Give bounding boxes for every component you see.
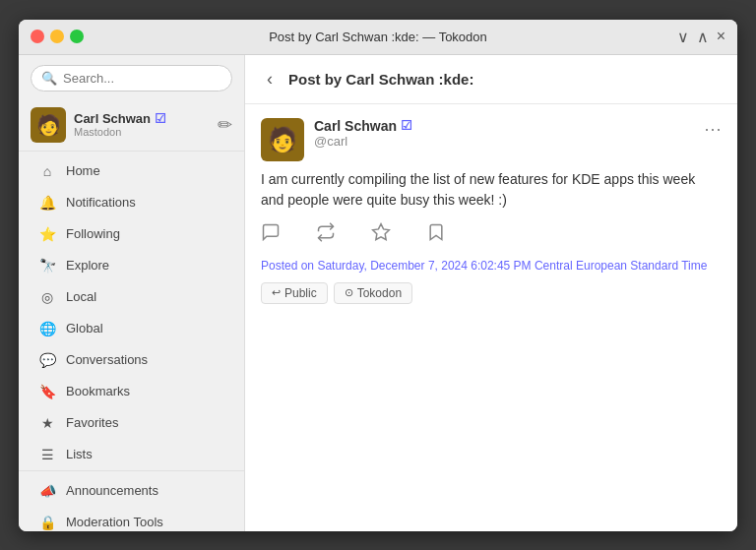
sidebar-item-label: Moderation Tools — [66, 515, 163, 529]
sidebar-item-favorites[interactable]: ★ Favorites — [23, 407, 240, 439]
nav-section: ⌂ Home 🔔 Notifications ⭐ Following 🔭 Exp… — [19, 155, 244, 470]
compose-button[interactable]: ✏ — [218, 114, 232, 136]
bottom-nav: 📣 Announcements 🔒 Moderation Tools ⚙ Set… — [19, 470, 244, 531]
reply-button[interactable] — [261, 222, 281, 247]
sidebar-item-label: Home — [66, 163, 100, 178]
sidebar-item-following[interactable]: ⭐ Following — [23, 218, 240, 250]
post-user-info: Carl Schwan ☑ @carl — [314, 118, 694, 149]
post-body: I am currently compiling the list of new… — [261, 169, 722, 211]
post-user-row: 🧑 Carl Schwan ☑ @carl ⋯ — [261, 118, 722, 161]
maximize-button[interactable] — [70, 30, 84, 43]
sidebar-item-label: Local — [66, 289, 96, 304]
sidebar-item-label: Bookmarks — [66, 384, 130, 398]
post-item: 🧑 Carl Schwan ☑ @carl ⋯ I am currently c… — [245, 104, 737, 318]
sidebar-item-moderation[interactable]: 🔒 Moderation Tools — [23, 507, 240, 531]
sidebar-item-label: Announcements — [66, 483, 158, 498]
sidebar-item-home[interactable]: ⌂ Home — [23, 155, 240, 187]
search-bar[interactable]: 🔍 — [31, 65, 232, 92]
sidebar-item-bookmarks[interactable]: 🔖 Bookmarks — [23, 376, 240, 407]
sidebar-item-label: Lists — [66, 447, 93, 461]
post-author-name: Carl Schwan ☑ — [314, 118, 694, 134]
main-content: 🔍 🧑 Carl Schwan ☑ Mastodon ✏ — [19, 55, 737, 531]
post-actions — [261, 222, 722, 247]
sidebar-item-explore[interactable]: 🔭 Explore — [23, 250, 240, 281]
sidebar-item-label: Favorites — [66, 415, 118, 430]
conversations-icon: 💬 — [38, 352, 56, 368]
sidebar-item-label: Global — [66, 321, 103, 336]
profile-info: Carl Schwan ☑ Mastodon — [74, 111, 210, 138]
avatar: 🧑 — [31, 107, 66, 143]
sidebar-item-label: Conversations — [66, 352, 148, 367]
close-button[interactable] — [31, 30, 44, 43]
profile-instance: Mastodon — [74, 126, 210, 138]
sidebar-item-label: Following — [66, 226, 120, 241]
public-icon: ↩ — [272, 286, 281, 299]
sidebar-item-lists[interactable]: ☰ Lists — [23, 439, 240, 470]
lists-icon: ☰ — [38, 447, 56, 462]
tokodon-icon: ⊙ — [345, 286, 353, 299]
notifications-icon: 🔔 — [38, 195, 56, 211]
boost-button[interactable] — [316, 222, 336, 247]
expand-icon[interactable]: ∧ — [697, 28, 709, 46]
explore-icon: 🔭 — [38, 258, 56, 274]
bookmark-button[interactable] — [426, 222, 446, 247]
favorite-button[interactable] — [371, 222, 391, 247]
post-header: ‹ Post by Carl Schwan :kde: — [245, 55, 737, 104]
profile-name: Carl Schwan ☑ — [74, 111, 210, 126]
local-icon: ◎ — [38, 289, 56, 305]
profile-section: 🧑 Carl Schwan ☑ Mastodon ✏ — [19, 99, 244, 152]
window-close-icon[interactable]: × — [717, 28, 725, 46]
tag-label: Public — [284, 286, 317, 300]
sidebar-item-global[interactable]: 🌐 Global — [23, 313, 240, 344]
svg-marker-0 — [373, 223, 390, 239]
sidebar-item-notifications[interactable]: 🔔 Notifications — [23, 187, 240, 218]
sidebar-item-local[interactable]: ◎ Local — [23, 281, 240, 313]
post-author-handle: @carl — [314, 134, 694, 149]
post-more-button[interactable]: ⋯ — [704, 118, 722, 140]
sidebar: 🔍 🧑 Carl Schwan ☑ Mastodon ✏ — [19, 55, 245, 531]
sidebar-item-label: Explore — [66, 258, 109, 273]
verified-badge: ☑ — [155, 111, 166, 126]
search-icon: 🔍 — [41, 71, 57, 86]
tag-label: Tokodon — [357, 286, 402, 300]
visibility-tag: ↩ Public — [261, 282, 328, 304]
window-controls — [31, 30, 84, 43]
sidebar-item-label: Notifications — [66, 195, 136, 210]
moderation-icon: 🔒 — [38, 515, 56, 530]
main-window: Post by Carl Schwan :kde: — Tokodon ∨ ∧ … — [19, 20, 737, 531]
following-icon: ⭐ — [38, 226, 56, 242]
window-title: Post by Carl Schwan :kde: — Tokodon — [269, 30, 487, 44]
collapse-icon[interactable]: ∨ — [677, 28, 689, 46]
instance-tag: ⊙ Tokodon — [334, 282, 412, 304]
post-tags: ↩ Public ⊙ Tokodon — [261, 282, 722, 304]
bookmarks-icon: 🔖 — [38, 384, 56, 399]
favorites-icon: ★ — [38, 415, 56, 431]
post-avatar: 🧑 — [261, 118, 304, 161]
post-verified-badge: ☑ — [401, 118, 412, 133]
sidebar-item-conversations[interactable]: 💬 Conversations — [23, 344, 240, 376]
announcements-icon: 📣 — [38, 483, 56, 499]
minimize-button[interactable] — [50, 30, 64, 43]
post-timestamp: Posted on Saturday, December 7, 2024 6:0… — [261, 259, 722, 273]
search-input[interactable] — [63, 71, 221, 86]
home-icon: ⌂ — [38, 163, 56, 179]
back-button[interactable]: ‹ — [261, 67, 279, 92]
post-header-title: Post by Carl Schwan :kde: — [288, 71, 473, 88]
titlebar-right-controls: ∨ ∧ × — [677, 28, 725, 46]
global-icon: 🌐 — [38, 321, 56, 336]
sidebar-item-announcements[interactable]: 📣 Announcements — [23, 475, 240, 507]
content-pane: ‹ Post by Carl Schwan :kde: 🧑 Carl Schwa… — [245, 55, 737, 531]
titlebar: Post by Carl Schwan :kde: — Tokodon ∨ ∧ … — [19, 20, 737, 55]
